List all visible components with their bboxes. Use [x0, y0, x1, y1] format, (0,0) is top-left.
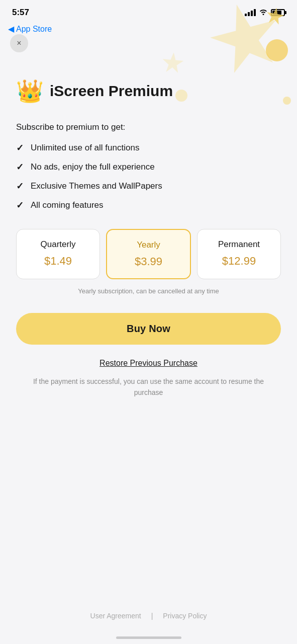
signal-icon	[245, 9, 256, 16]
feature-list: ✓ Unlimited use of all functions ✓ No ad…	[16, 142, 281, 211]
privacy-policy-link[interactable]: Privacy Policy	[163, 612, 207, 620]
permanent-price: $12.99	[203, 255, 275, 268]
bottom-links: User Agreement | Privacy Policy	[0, 612, 297, 620]
buy-now-button[interactable]: Buy Now	[16, 313, 281, 345]
subscribe-title: Subscribe to premium to get:	[16, 122, 281, 132]
home-indicator	[116, 636, 181, 639]
battery-icon	[271, 9, 285, 16]
subscription-note: Yearly subscription, can be cancelled at…	[16, 287, 281, 295]
crown-icon: 👑	[16, 78, 44, 104]
quarterly-period: Quarterly	[22, 239, 94, 250]
yearly-period: Yearly	[112, 240, 185, 250]
wifi-icon	[259, 8, 268, 17]
status-icons	[245, 8, 285, 17]
check-icon-4: ✓	[16, 200, 24, 211]
feature-text-3: Exclusive Themes and WallPapers	[31, 181, 162, 191]
yearly-price: $3.99	[112, 255, 185, 268]
user-agreement-link[interactable]: User Agreement	[90, 612, 141, 620]
status-time: 5:57	[12, 8, 29, 18]
back-nav[interactable]: ◀ App Store	[0, 22, 297, 38]
feature-item-3: ✓ Exclusive Themes and WallPapers	[16, 181, 281, 192]
feature-text-2: No ads, enjoy the full experience	[31, 162, 155, 172]
check-icon-3: ✓	[16, 181, 24, 192]
pricing-row: Quarterly $1.49 Yearly $3.99 Permanent $…	[16, 229, 281, 279]
quarterly-price: $1.49	[22, 255, 94, 268]
check-icon-1: ✓	[16, 142, 24, 153]
back-arrow-icon: ◀	[8, 24, 14, 34]
close-icon: ×	[17, 39, 21, 48]
close-button[interactable]: ×	[10, 34, 28, 52]
feature-item-1: ✓ Unlimited use of all functions	[16, 142, 281, 153]
feature-text-4: All coming features	[31, 200, 104, 210]
pricing-card-quarterly[interactable]: Quarterly $1.49	[16, 229, 100, 279]
bottom-divider: |	[151, 612, 153, 620]
feature-item-4: ✓ All coming features	[16, 200, 281, 211]
pricing-card-yearly[interactable]: Yearly $3.99	[106, 229, 191, 279]
back-label: App Store	[16, 25, 52, 34]
restore-purchase-button[interactable]: Restore Previous Purchase	[16, 359, 281, 368]
check-icon-2: ✓	[16, 162, 24, 173]
title-row: 👑 iScreen Premium	[16, 78, 281, 104]
feature-text-1: Unlimited use of all functions	[31, 143, 139, 153]
page-title: iScreen Premium	[50, 83, 173, 100]
payment-info-text: If the payment is successful, you can us…	[16, 376, 281, 398]
permanent-period: Permanent	[203, 239, 275, 250]
main-content: 👑 iScreen Premium Subscribe to premium t…	[0, 38, 297, 398]
status-bar: 5:57	[0, 0, 297, 22]
feature-item-2: ✓ No ads, enjoy the full experience	[16, 162, 281, 173]
pricing-card-permanent[interactable]: Permanent $12.99	[197, 229, 281, 279]
